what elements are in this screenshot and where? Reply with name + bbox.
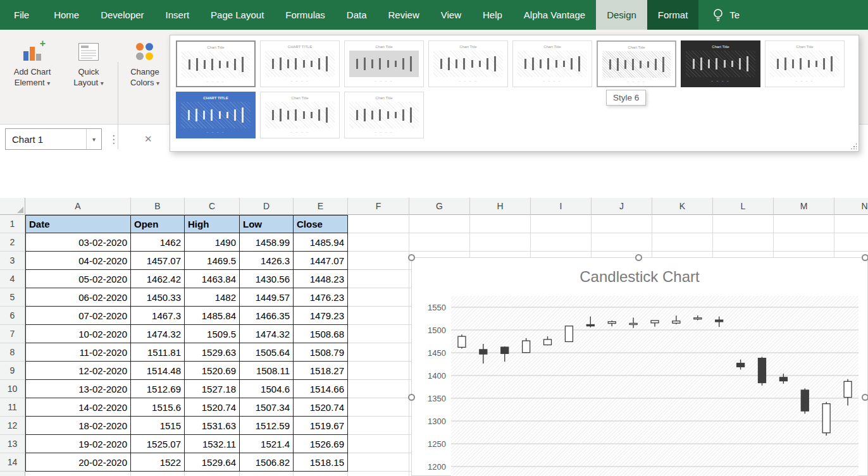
cell-K2[interactable] [652, 233, 713, 252]
cell-G2[interactable] [409, 233, 470, 252]
cell-H1[interactable] [470, 215, 531, 233]
column-header-L[interactable]: L [713, 198, 774, 215]
cell-E8[interactable]: 1508.79 [294, 343, 348, 362]
column-header-I[interactable]: I [531, 198, 592, 215]
cell-E5[interactable]: 1476.23 [294, 288, 348, 307]
cell-C4[interactable]: 1463.84 [185, 270, 240, 288]
cell-E9[interactable]: 1518.27 [294, 362, 348, 380]
cell-D8[interactable]: 1505.64 [240, 343, 294, 362]
cell-A13[interactable]: 19-02-2020 [25, 435, 131, 453]
row-header-13[interactable]: 13 [0, 435, 25, 453]
cell-C9[interactable]: 1520.69 [185, 362, 240, 380]
cell-F13[interactable] [348, 435, 409, 453]
row-header-2[interactable]: 2 [0, 233, 25, 252]
cell-A8[interactable]: 11-02-2020 [25, 343, 131, 362]
cell-F1[interactable] [348, 215, 409, 233]
cell-B13[interactable]: 1525.07 [131, 435, 185, 453]
cell-M1[interactable] [774, 215, 834, 233]
chart-style-thumb-style-1[interactable]: Chart Title [176, 40, 256, 87]
cell-C7[interactable]: 1509.5 [185, 325, 240, 343]
cell-D6[interactable]: 1466.35 [240, 307, 294, 325]
cell-D7[interactable]: 1474.32 [240, 325, 294, 343]
ribbon-tab-view[interactable]: View [430, 0, 472, 30]
cell-F2[interactable] [348, 233, 409, 252]
ribbon-tab-insert[interactable]: Insert [155, 0, 201, 30]
cell-C1[interactable]: High [185, 215, 240, 233]
cell-A7[interactable]: 10-02-2020 [25, 325, 131, 343]
row-header-10[interactable]: 10 [0, 380, 25, 398]
ribbon-tab-formulas[interactable]: Formulas [275, 0, 336, 30]
chart-title[interactable]: Candlestick Chart [412, 268, 867, 286]
cell-B5[interactable]: 1450.33 [131, 288, 185, 307]
cell-F4[interactable] [348, 270, 409, 288]
row-header-1[interactable]: 1 [0, 215, 25, 233]
cell-A3[interactable]: 04-02-2020 [25, 252, 131, 270]
chart-handle-right-middle[interactable] [862, 394, 868, 401]
cell-G1[interactable] [409, 215, 470, 233]
cell-N2[interactable] [834, 233, 868, 252]
cell-B2[interactable]: 1462 [131, 233, 185, 252]
column-header-C[interactable]: C [185, 198, 240, 215]
column-header-K[interactable]: K [652, 198, 713, 215]
cell-E3[interactable]: 1447.07 [294, 252, 348, 270]
row-header-3[interactable]: 3 [0, 252, 25, 270]
cell-D11[interactable]: 1507.34 [240, 398, 294, 417]
chart-style-thumb-style-11[interactable]: Chart Title [344, 92, 424, 138]
cell-F10[interactable] [348, 380, 409, 398]
chart-style-thumb-style-4[interactable]: Chart Title [428, 40, 508, 87]
cell-E4[interactable]: 1448.23 [294, 270, 348, 288]
cell-A14[interactable]: 20-02-2020 [25, 453, 131, 472]
cell-F14[interactable] [348, 453, 409, 472]
cell-A10[interactable]: 13-02-2020 [25, 380, 131, 398]
cell-D13[interactable]: 1521.4 [240, 435, 294, 453]
cell-C11[interactable]: 1520.74 [185, 398, 240, 417]
cell-A1[interactable]: Date [25, 215, 131, 233]
row-header-partial[interactable] [0, 472, 25, 476]
ribbon-tab-data[interactable]: Data [336, 0, 378, 30]
cell-D-partial[interactable] [240, 472, 294, 476]
cell-C6[interactable]: 1485.84 [185, 307, 240, 325]
cell-E11[interactable]: 1520.74 [294, 398, 348, 417]
add-chart-element-button[interactable]: + Add Chart Element ▾ [4, 34, 61, 117]
cell-D9[interactable]: 1508.11 [240, 362, 294, 380]
column-header-N[interactable]: N [834, 198, 868, 215]
cell-D12[interactable]: 1512.59 [240, 417, 294, 435]
cell-B3[interactable]: 1457.07 [131, 252, 185, 270]
cell-E14[interactable]: 1518.15 [294, 453, 348, 472]
cell-A-partial[interactable] [25, 472, 131, 476]
chart-style-thumb-style-2[interactable]: CHART TITLE [260, 40, 340, 87]
cell-D10[interactable]: 1504.6 [240, 380, 294, 398]
cell-H2[interactable] [470, 233, 531, 252]
chart-handle-top-right[interactable] [862, 254, 868, 261]
cell-C14[interactable]: 1529.64 [185, 453, 240, 472]
quick-layout-button[interactable]: Quick Layout ▾ [62, 34, 115, 117]
column-header-H[interactable]: H [470, 198, 531, 215]
cell-A11[interactable]: 14-02-2020 [25, 398, 131, 417]
cell-F11[interactable] [348, 398, 409, 417]
cell-C5[interactable]: 1482 [185, 288, 240, 307]
cell-B7[interactable]: 1474.32 [131, 325, 185, 343]
cell-E6[interactable]: 1479.23 [294, 307, 348, 325]
row-header-6[interactable]: 6 [0, 307, 25, 325]
cell-A9[interactable]: 12-02-2020 [25, 362, 131, 380]
cell-D4[interactable]: 1430.56 [240, 270, 294, 288]
cell-D3[interactable]: 1426.3 [240, 252, 294, 270]
column-header-B[interactable]: B [131, 198, 185, 215]
ribbon-tab-design[interactable]: Design [596, 0, 647, 30]
cell-F8[interactable] [348, 343, 409, 362]
row-header-7[interactable]: 7 [0, 325, 25, 343]
cell-F6[interactable] [348, 307, 409, 325]
cell-B6[interactable]: 1467.3 [131, 307, 185, 325]
cell-B11[interactable]: 1515.6 [131, 398, 185, 417]
cell-I2[interactable] [531, 233, 592, 252]
column-header-J[interactable]: J [592, 198, 652, 215]
cell-A5[interactable]: 06-02-2020 [25, 288, 131, 307]
column-header-G[interactable]: G [409, 198, 470, 215]
cell-F12[interactable] [348, 417, 409, 435]
cell-F-partial[interactable] [348, 472, 409, 476]
name-box[interactable]: Chart 1 ▾ [5, 128, 102, 150]
chart-style-thumb-style-5[interactable]: Chart Title [512, 40, 592, 87]
row-header-14[interactable]: 14 [0, 453, 25, 472]
ribbon-tab-file[interactable]: File [0, 0, 43, 30]
cell-B14[interactable]: 1522 [131, 453, 185, 472]
